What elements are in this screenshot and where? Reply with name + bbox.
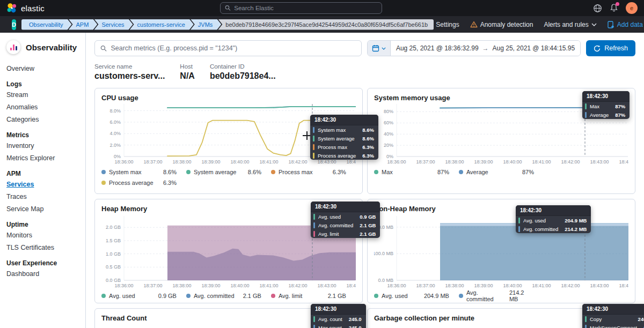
metrics-search[interactable]	[94, 40, 362, 56]
user-avatar[interactable]: e	[626, 2, 638, 14]
series-line	[167, 107, 356, 108]
svg-text:18:37:00: 18:37:00	[143, 283, 162, 288]
svg-text:20%: 20%	[384, 143, 393, 148]
tooltip-time: 18:42:30	[516, 205, 591, 216]
date-range[interactable]: Aug 25, 2021 @ 18:36:32.99 → Aug 25, 202…	[391, 41, 580, 56]
date-end[interactable]: Aug 25, 2021 @ 18:44:15.95	[493, 44, 575, 52]
settings-link[interactable]: Settings	[436, 21, 459, 28]
sidebar-item-categories[interactable]: Categories	[6, 116, 85, 123]
svg-text:4.0%: 4.0%	[109, 131, 121, 136]
legend-dot-icon	[374, 170, 378, 174]
sidebar-item-monitors[interactable]: Monitors	[6, 232, 85, 239]
legend-label: Avg. limit	[279, 293, 302, 299]
svg-text:18:38:00: 18:38:00	[172, 283, 191, 288]
sidebar-item-traces[interactable]: Traces	[6, 193, 85, 200]
sidebar-item-anomalies[interactable]: Anomalies	[6, 103, 85, 111]
legend-item[interactable]: Avg. used0.9 GB	[101, 290, 186, 301]
panel-nonheap: Non-Heap Memory0.0 MB100.0 MB200.0 MB18:…	[367, 199, 635, 303]
newsfeed-bell-icon[interactable]	[610, 3, 618, 13]
tooltip-value: 245.0	[349, 316, 362, 322]
legend-dot-icon	[101, 170, 106, 174]
legend-value: 8.6%	[248, 169, 261, 175]
breadcrumb-item[interactable]: APM	[69, 19, 98, 30]
sidebar-item-metrics-explorer[interactable]: Metrics Explorer	[6, 154, 85, 162]
anomaly-detection-link[interactable]: Anomaly detection	[470, 21, 533, 28]
legend-dot-icon	[271, 170, 275, 174]
legend-item[interactable]: Avg. committed214.2 MB	[459, 290, 544, 301]
svg-text:60%: 60%	[384, 120, 393, 125]
svg-text:18:37:00: 18:37:00	[416, 283, 435, 288]
chart-legend: System max8.6%System average8.6%Process …	[101, 167, 356, 188]
date-picker-button[interactable]	[368, 41, 391, 56]
add-data-link[interactable]: Add data	[608, 21, 643, 28]
svg-text:18:42:00: 18:42:00	[561, 283, 580, 288]
sidebar-item-dashboard[interactable]: Dashboard	[6, 270, 85, 278]
host-label: Host	[180, 63, 195, 70]
legend-item[interactable]: Process average6.3%	[101, 177, 186, 188]
svg-text:18:43:00: 18:43:00	[317, 283, 336, 288]
legend-item[interactable]: Max87%	[374, 167, 459, 177]
breadcrumb: ObservabilityAPMServicescustomers-servic…	[21, 19, 430, 30]
sidebar-item-stream[interactable]: Stream	[6, 91, 85, 99]
legend-label: Average	[466, 169, 488, 175]
global-search-input[interactable]	[234, 5, 377, 11]
breadcrumb-item[interactable]: JVMs	[191, 19, 222, 30]
sidebar-section-uptime: Uptime	[6, 221, 85, 228]
tooltip-time: 18:42:30	[582, 304, 644, 315]
search-icon	[225, 5, 231, 11]
svg-text:18:41:00: 18:41:00	[259, 283, 278, 288]
date-start[interactable]: Aug 25, 2021 @ 18:36:32.99	[396, 44, 479, 52]
tooltip-row: Process average6.3%	[310, 151, 378, 160]
chart-tooltip: 18:42:30Avg. used204.9 MBAvg. committed2…	[516, 205, 591, 233]
breadcrumb-item[interactable]: customers-service	[130, 19, 194, 30]
global-search[interactable]	[220, 2, 382, 14]
legend-item[interactable]: Process max6.3%	[271, 167, 356, 177]
sidebar-section-logs: Logs	[6, 80, 85, 88]
tooltip-series-color	[585, 316, 587, 322]
sidebar-item-tls-certificates[interactable]: TLS Certificates	[6, 244, 85, 251]
legend-item[interactable]: Avg. used204.9 MB	[374, 290, 459, 301]
container-id-value: be0deb7918e4...	[210, 71, 276, 81]
breadcrumb-item[interactable]: Observability	[21, 19, 72, 30]
legend-item[interactable]: Avg. committed2.1 GB	[186, 290, 271, 301]
refresh-icon	[594, 45, 601, 52]
legend-item[interactable]: System max8.6%	[101, 167, 186, 177]
svg-text:18:36:00: 18:36:00	[114, 283, 133, 288]
metrics-search-input[interactable]	[111, 44, 355, 52]
chart-legend: Avg. used204.9 MBAvg. committed214.2 MB	[374, 290, 628, 301]
legend-item[interactable]: System average8.6%	[186, 167, 271, 177]
sidebar-item-service-map[interactable]: Service Map	[6, 205, 85, 213]
refresh-button[interactable]: Refresh	[586, 40, 635, 56]
tooltip-series-color	[518, 218, 520, 223]
tooltip-label: Avg. committed	[318, 222, 353, 228]
legend-item[interactable]: Average87%	[459, 167, 544, 177]
chevron-down-icon	[591, 23, 597, 26]
svg-text:80%: 80%	[384, 109, 393, 114]
tooltip-series-color	[313, 214, 315, 220]
svg-text:18:38:00: 18:38:00	[445, 283, 464, 288]
alerts-rules-menu[interactable]: Alerts and rules	[544, 21, 596, 28]
tooltip-row: Process max6.3%	[310, 143, 378, 151]
sidebar-item-services[interactable]: Services	[6, 181, 85, 188]
sidebar-section-user-experience: User Experience	[6, 259, 85, 267]
tooltip-series-color	[313, 127, 314, 133]
breadcrumb-item[interactable]: Services	[94, 19, 133, 30]
range-arrow: →	[482, 44, 489, 52]
service-info: Service name customers-serv... Host N/A …	[94, 63, 635, 81]
tooltip-row: Copy240	[582, 315, 644, 323]
svg-text:18:41:00: 18:41:00	[532, 159, 551, 165]
sidebar-item-inventory[interactable]: Inventory	[6, 142, 85, 150]
tooltip-series-color	[585, 112, 587, 118]
container-id-label: Container ID	[210, 63, 276, 70]
svg-text:18:43:00: 18:43:00	[317, 159, 336, 165]
elastic-logo[interactable]: elastic	[6, 3, 45, 13]
space-badge[interactable]: D	[12, 19, 16, 30]
sidebar-item-overview[interactable]: Overview	[6, 65, 85, 72]
svg-text:18:41:00: 18:41:00	[259, 159, 278, 165]
legend-item[interactable]: Avg. limit2.1 GB	[271, 290, 356, 301]
charts-grid: CPU usage0%2.0%4.0%6.0%8.0%18:36:0018:37…	[94, 88, 635, 328]
help-globe-icon[interactable]	[593, 4, 602, 13]
legend-dot-icon	[459, 294, 463, 298]
tooltip-label: System average	[318, 136, 355, 141]
panel-cpu: CPU usage0%2.0%4.0%6.0%8.0%18:36:0018:37…	[94, 88, 363, 194]
